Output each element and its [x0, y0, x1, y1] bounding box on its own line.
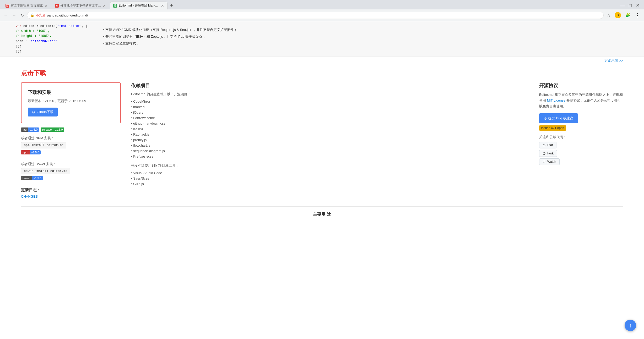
- watch-label: Watch: [547, 160, 556, 164]
- code-line-3: // height : '100%',: [16, 34, 88, 39]
- code-line-5: });: [16, 44, 88, 49]
- user-avatar: G: [615, 12, 621, 18]
- github-icon-bug: ⊙: [544, 116, 547, 120]
- address-input-container[interactable]: 🔒 不安全 pandao.github.io/editor.md/: [27, 12, 604, 19]
- npm-install-section: 或者通过 NPM 安装： npm install editor.md npm v…: [21, 136, 121, 158]
- tab-1-title: 富文本编辑器 百度搜索: [11, 3, 43, 8]
- changelog-link[interactable]: CHANGES: [21, 194, 38, 198]
- dev-item-sass: Sass/Scss: [131, 176, 529, 181]
- tag-badge: tag v1.5.0: [21, 127, 39, 132]
- extension-icon[interactable]: 🧩: [624, 12, 631, 19]
- minimize-button[interactable]: —: [618, 2, 627, 9]
- forward-button[interactable]: →: [11, 12, 17, 19]
- tab-3[interactable]: E Editor.md - 开源在线 Markdo… ✕: [110, 2, 167, 9]
- dependencies-title: 依赖项目: [131, 82, 529, 89]
- github-icon: ⊙: [32, 110, 35, 114]
- dep-item-codemirror: CodeMirror: [131, 99, 529, 104]
- npm-install-label: 或者通过 NPM 安装：: [21, 136, 121, 141]
- dev-tools-title: 开发构建使用到的项目及工具：: [131, 163, 529, 168]
- github-btn-label: Github下载: [37, 110, 53, 114]
- mit-license-link[interactable]: MIT License: [547, 98, 566, 102]
- refresh-button[interactable]: ↻: [19, 12, 25, 19]
- browser-chrome: 百 富文本编辑器 百度搜索 ✕ C 推荐几个非常不错的富文本编辑… ✕ E Ed…: [0, 0, 644, 21]
- dep-item-jquery: jQuery: [131, 110, 529, 115]
- tab-2-close[interactable]: ✕: [103, 4, 106, 8]
- tab-3-title: Editor.md - 开源在线 Markdo…: [118, 3, 159, 8]
- tab-1[interactable]: 百 富文本编辑器 百度搜索 ✕: [2, 2, 51, 9]
- tab-1-close[interactable]: ✕: [45, 4, 48, 8]
- dep-item-raphael: Raphael.js: [131, 132, 529, 137]
- follow-code-label: 关注和贡献代码：: [539, 135, 623, 140]
- address-bar: ← → ↻ 🔒 不安全 pandao.github.io/editor.md/ …: [0, 9, 644, 21]
- tag-badge-value: v1.5.0: [28, 127, 39, 132]
- bower-install-section: 或者通过 Bower 安装： bower install editor.md b…: [21, 162, 121, 184]
- code-line-4: path : 'editormd/lib/': [16, 39, 88, 44]
- bower-badge-label: bower: [21, 176, 32, 180]
- github-download-button[interactable]: ⊙ Github下载: [28, 108, 58, 116]
- dep-item-prefixes: Prefixes.scss: [131, 154, 529, 159]
- right-column: 开源协议 Editor.md 建立在众多优秀的开源组件基础之上，遵循和使用 MI…: [539, 82, 623, 198]
- github-fork-icon: ⊙: [543, 151, 546, 155]
- tab-2[interactable]: C 推荐几个非常不错的富文本编辑… ✕: [52, 2, 109, 9]
- dep-item-sequence: sequence-diagram.js: [131, 148, 529, 154]
- watch-button[interactable]: ⊙ Watch: [539, 158, 560, 165]
- left-column: 下载和安装 最新版本：v1.5.0，更新于 2015-06-09 ⊙ Githu…: [21, 82, 121, 198]
- npm-badge-version: v1.5.0: [30, 150, 41, 154]
- code-line-2: // width : '100%',: [16, 29, 88, 34]
- profile-icon[interactable]: G: [614, 11, 622, 19]
- more-examples-link[interactable]: 更多示例 >>: [604, 59, 623, 63]
- browser-menu-button[interactable]: ⋮: [634, 12, 641, 19]
- dep-item-prettify: prettify.js: [131, 137, 529, 143]
- dep-item-github-markdown: github-markdown.css: [131, 121, 529, 126]
- dep-item-marked: marked: [131, 104, 529, 110]
- npm-badge-label: npm: [21, 150, 30, 154]
- features-list: 支持 AMD / CMD 模块化加载（支持 Require.js & Sea.j…: [98, 24, 242, 54]
- feature-1: 支持 AMD / CMD 模块化加载（支持 Require.js & Sea.j…: [103, 26, 237, 33]
- bug-report-button[interactable]: ⊙ 提交 Bug 或建议: [539, 113, 578, 123]
- feature-3: 支持自定义主题样式；: [103, 40, 237, 47]
- bower-badge: bower v1.5.0: [21, 176, 43, 180]
- download-card-heading: 下载和安装: [28, 89, 114, 96]
- release-badge-value: v1.5.0: [53, 127, 64, 132]
- back-button[interactable]: ←: [3, 12, 9, 19]
- mid-column: 依赖项目 Editor.md 的诞生依赖于以下开源项目： CodeMirror …: [131, 82, 529, 198]
- bower-install-label: 或者通过 Bower 安装：: [21, 162, 121, 166]
- bower-badge-version: v1.5.0: [32, 176, 43, 180]
- main-layout: 下载和安装 最新版本：v1.5.0，更新于 2015-06-09 ⊙ Githu…: [0, 82, 644, 198]
- release-badge: release v1.5.0: [41, 127, 64, 132]
- dependencies-intro: Editor.md 的诞生依赖于以下开源项目：: [131, 92, 529, 97]
- new-tab-button[interactable]: +: [168, 2, 175, 9]
- code-line-6: });: [16, 49, 88, 54]
- footer-section-title: 主要用 途: [0, 207, 644, 223]
- tag-badge-label: tag: [21, 127, 28, 132]
- code-line-1: var editor = editormd('test-editor', {: [16, 24, 88, 29]
- tab-3-close[interactable]: ✕: [161, 4, 164, 8]
- star-icon[interactable]: ☆: [606, 12, 611, 19]
- dep-item-flowchart: flowchart.js: [131, 143, 529, 148]
- npm-install-command: npm install editor.md: [21, 142, 66, 148]
- version-info: 最新版本：v1.5.0，更新于 2015-06-09: [28, 99, 114, 103]
- dev-tools-list: Visual Studio Code Sass/Scss Gulp.js: [131, 170, 529, 187]
- fork-label: Fork: [547, 152, 554, 155]
- fork-button[interactable]: ⊙ Fork: [539, 150, 557, 157]
- feature-2: 兼容主流的浏览器（IE8+）和 Zepto.js，且支持 iPad 等平板设备；: [103, 33, 237, 40]
- tab-2-favicon: C: [55, 4, 59, 8]
- tab-2-title: 推荐几个非常不错的富文本编辑…: [60, 3, 101, 8]
- security-icon: 🔒: [30, 13, 34, 17]
- dev-item-gulp: Gulp.js: [131, 181, 529, 187]
- page-content: var editor = editormd('test-editor', { /…: [0, 21, 644, 223]
- dev-item-vscode: Visual Studio Code: [131, 170, 529, 176]
- bower-install-command: bower install editor.md: [21, 168, 70, 174]
- release-badge-label: release: [41, 127, 53, 132]
- github-watch-icon: ⊙: [543, 160, 546, 164]
- changelog-title: 更新日志：: [21, 188, 121, 193]
- maximize-button[interactable]: □: [627, 2, 634, 9]
- close-button[interactable]: ✕: [634, 2, 642, 9]
- star-button[interactable]: ⊙ Star: [539, 142, 556, 148]
- dependencies-list: CodeMirror marked jQuery FontAwesome git…: [131, 99, 529, 159]
- insecure-label: 不安全: [36, 13, 45, 18]
- star-label: Star: [547, 143, 553, 147]
- github-star-icon: ⊙: [543, 143, 546, 147]
- changelog-section: 更新日志： CHANGES: [21, 188, 121, 198]
- license-title: 开源协议: [539, 82, 623, 89]
